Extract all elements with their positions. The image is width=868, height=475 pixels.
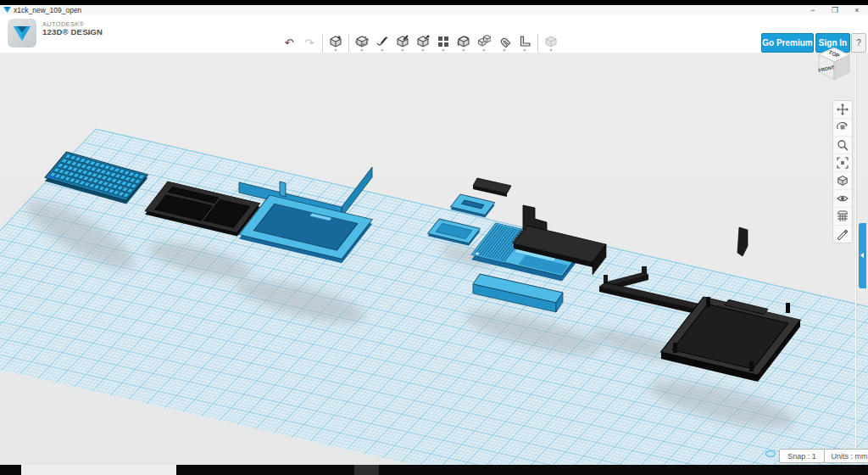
- materials-icon: [544, 35, 558, 48]
- collapse-panel-tab[interactable]: [859, 223, 866, 288]
- modify-icon: [416, 35, 430, 48]
- grid-icon: [837, 210, 849, 222]
- primitives-button[interactable]: [328, 35, 343, 52]
- pan-button[interactable]: [833, 101, 852, 119]
- go-premium-button[interactable]: Go Premium: [761, 33, 814, 53]
- toolbar-separator: [348, 34, 349, 53]
- undo-button[interactable]: ↶: [281, 35, 297, 52]
- shading-icon: [837, 175, 849, 187]
- panel-divider: [855, 53, 857, 465]
- redo-button[interactable]: ↷: [302, 35, 317, 52]
- minimize-button[interactable]: −: [804, 5, 822, 15]
- visibility-button[interactable]: [833, 190, 852, 208]
- ruler-button[interactable]: [517, 35, 532, 52]
- 123d-logo-icon: [12, 23, 32, 43]
- navigation-palette: [832, 100, 853, 243]
- main-toolbar: ↶ ↷: [281, 32, 559, 54]
- shading-button[interactable]: [833, 172, 852, 190]
- app-toolbar: AUTODESK® 123D® DESIGN ⌄ ↶ ↷: [0, 15, 868, 53]
- orbit-icon: [837, 121, 849, 133]
- zoom-icon: [837, 139, 849, 151]
- snap-button[interactable]: [497, 35, 512, 52]
- grouping-button[interactable]: [456, 35, 471, 52]
- taskbar-item[interactable]: [354, 465, 379, 475]
- chevron-down-icon[interactable]: ⌄: [85, 26, 92, 37]
- construct-icon: [396, 35, 409, 48]
- restore-button[interactable]: ❐: [826, 5, 844, 15]
- units-setting[interactable]: Units : mm: [824, 449, 868, 463]
- transform-button[interactable]: [354, 35, 370, 52]
- primitives-icon: [329, 35, 342, 48]
- orbit-button[interactable]: [833, 119, 852, 137]
- modify-button[interactable]: [415, 35, 431, 52]
- window-title: x1ck_new_109_open: [14, 6, 81, 14]
- os-taskbar: [0, 465, 868, 475]
- pattern-icon: [437, 35, 450, 48]
- app-logo-icon: [3, 6, 11, 14]
- materials-button[interactable]: [543, 35, 559, 52]
- ruler-icon: [518, 35, 531, 48]
- viewport-canvas[interactable]: [0, 53, 868, 465]
- part-side-bracket[interactable]: [737, 227, 748, 256]
- taskbar-item[interactable]: [21, 465, 176, 475]
- grouping-icon: [457, 35, 470, 48]
- sketch-button[interactable]: [375, 35, 390, 52]
- transform-icon: [355, 35, 369, 48]
- brand-line2: 123D® DESIGN: [42, 28, 103, 36]
- close-button[interactable]: ×: [848, 5, 866, 15]
- zoom-button[interactable]: [833, 137, 852, 154]
- redo-icon: ↷: [305, 37, 314, 49]
- annotate-button[interactable]: [833, 226, 852, 243]
- toolbar-separator: [537, 34, 538, 53]
- undo-icon: ↶: [285, 37, 294, 49]
- combine-button[interactable]: [476, 35, 492, 52]
- scene: [0, 53, 868, 465]
- chevron-left-icon: [860, 253, 864, 258]
- sketch-icon: [376, 35, 389, 48]
- combine-icon: [477, 35, 491, 48]
- fit-button[interactable]: [833, 154, 852, 172]
- pattern-button[interactable]: [436, 35, 451, 52]
- fit-icon: [837, 157, 849, 169]
- grid-corner-handle[interactable]: [765, 450, 776, 457]
- toolbar-separator: [322, 34, 323, 53]
- pan-icon: [837, 103, 849, 115]
- snap-setting[interactable]: Snap : 1: [779, 449, 825, 463]
- app-menu-button[interactable]: [8, 19, 36, 48]
- grid-settings-button[interactable]: [833, 208, 852, 226]
- construct-button[interactable]: [395, 35, 410, 52]
- pencil-ruler-icon: [837, 228, 849, 240]
- snap-icon: [498, 35, 511, 48]
- brand-text: AUTODESK® 123D® DESIGN: [42, 21, 103, 37]
- part-small-strip[interactable]: [473, 178, 511, 197]
- view-cube[interactable]: TOP FRONT: [810, 42, 858, 90]
- eye-icon: [837, 193, 849, 204]
